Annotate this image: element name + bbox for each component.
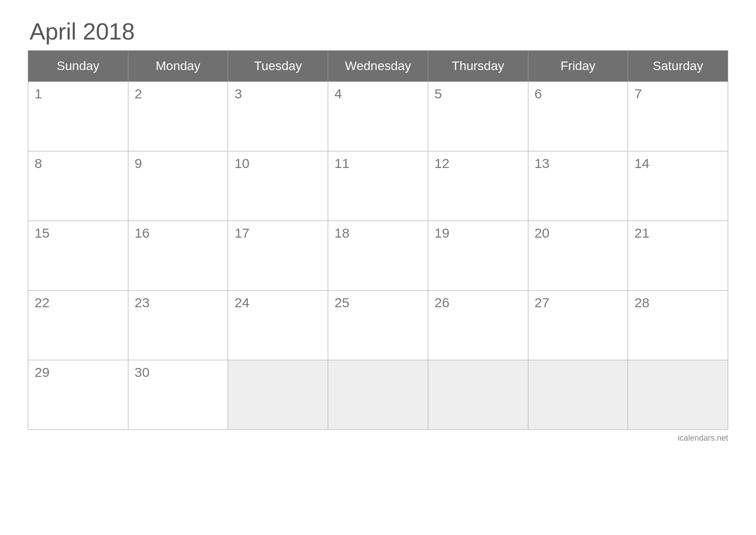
day-cell[interactable]: 25 [328, 291, 428, 360]
day-cell[interactable]: 12 [428, 151, 528, 221]
week-row-2: 891011121314 [28, 151, 728, 221]
day-number: 25 [334, 295, 349, 310]
header-cell-monday: Monday [128, 51, 228, 82]
week-row-3: 15161718192021 [28, 221, 728, 291]
day-number: 26 [435, 295, 449, 310]
day-cell[interactable]: 7 [628, 82, 728, 151]
day-cell[interactable] [428, 360, 528, 430]
header-cell-tuesday: Tuesday [228, 51, 328, 82]
day-number: 7 [634, 86, 642, 101]
calendar-title: April 2018 [28, 18, 728, 45]
header-cell-friday: Friday [528, 51, 628, 82]
day-cell[interactable]: 2 [128, 82, 228, 151]
day-cell[interactable]: 14 [628, 151, 728, 221]
day-number: 5 [435, 86, 442, 101]
day-number: 15 [35, 225, 49, 240]
day-number: 9 [135, 156, 142, 171]
day-number: 8 [35, 156, 42, 171]
header-row: SundayMondayTuesdayWednesdayThursdayFrid… [28, 51, 728, 82]
calendar-container: April 2018 SundayMondayTuesdayWednesdayT… [28, 18, 728, 430]
day-cell[interactable]: 9 [128, 151, 228, 221]
day-cell[interactable]: 22 [28, 291, 128, 360]
day-number: 24 [234, 295, 249, 310]
day-cell[interactable]: 11 [328, 151, 428, 221]
day-cell[interactable]: 4 [328, 82, 428, 151]
day-number: 22 [35, 295, 49, 310]
day-number: 30 [135, 365, 149, 380]
day-cell[interactable]: 23 [128, 291, 228, 360]
week-row-1: 1234567 [28, 82, 728, 151]
day-number: 18 [334, 225, 349, 240]
day-number: 23 [135, 295, 149, 310]
watermark: icalendars.net [28, 433, 728, 443]
day-number: 20 [535, 225, 549, 240]
day-cell[interactable]: 19 [428, 221, 528, 291]
day-number: 3 [234, 86, 242, 101]
day-number: 10 [234, 156, 249, 171]
day-cell[interactable]: 27 [528, 291, 628, 360]
day-cell[interactable] [228, 360, 328, 430]
day-cell[interactable] [628, 360, 728, 430]
day-cell[interactable]: 20 [528, 221, 628, 291]
day-number: 1 [35, 86, 42, 101]
day-cell[interactable]: 21 [628, 221, 728, 291]
day-cell[interactable] [328, 360, 428, 430]
day-cell[interactable]: 13 [528, 151, 628, 221]
header-cell-wednesday: Wednesday [328, 51, 428, 82]
day-number: 2 [135, 86, 142, 101]
calendar-table: SundayMondayTuesdayWednesdayThursdayFrid… [28, 50, 728, 430]
day-cell[interactable]: 10 [228, 151, 328, 221]
day-cell[interactable]: 17 [228, 221, 328, 291]
day-number: 16 [135, 225, 149, 240]
day-cell[interactable]: 28 [628, 291, 728, 360]
week-row-4: 22232425262728 [28, 291, 728, 360]
day-cell[interactable]: 30 [128, 360, 228, 430]
day-number: 11 [334, 156, 349, 171]
day-number: 6 [535, 86, 542, 101]
day-cell[interactable]: 26 [428, 291, 528, 360]
day-cell[interactable]: 3 [228, 82, 328, 151]
week-row-5: 2930 [28, 360, 728, 430]
header-cell-saturday: Saturday [628, 51, 728, 82]
day-number: 12 [435, 156, 449, 171]
day-cell[interactable]: 1 [28, 82, 128, 151]
day-cell[interactable]: 6 [528, 82, 628, 151]
day-number: 21 [634, 225, 649, 240]
header-cell-sunday: Sunday [28, 51, 128, 82]
day-number: 29 [35, 365, 49, 380]
day-cell[interactable]: 5 [428, 82, 528, 151]
day-number: 13 [535, 156, 549, 171]
calendar-body: 1234567891011121314151617181920212223242… [28, 82, 728, 430]
day-number: 4 [334, 86, 342, 101]
day-number: 19 [435, 225, 449, 240]
day-cell[interactable]: 24 [228, 291, 328, 360]
day-number: 17 [234, 225, 249, 240]
day-number: 14 [634, 156, 649, 171]
day-cell[interactable] [528, 360, 628, 430]
header-cell-thursday: Thursday [428, 51, 528, 82]
day-number: 28 [634, 295, 649, 310]
day-number: 27 [535, 295, 549, 310]
day-cell[interactable]: 18 [328, 221, 428, 291]
day-cell[interactable]: 29 [28, 360, 128, 430]
day-cell[interactable]: 8 [28, 151, 128, 221]
day-cell[interactable]: 16 [128, 221, 228, 291]
day-cell[interactable]: 15 [28, 221, 128, 291]
